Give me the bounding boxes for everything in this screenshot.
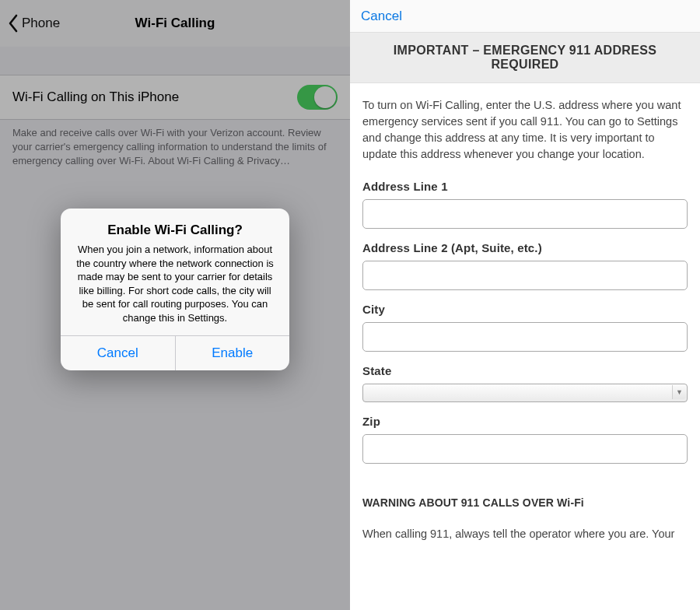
back-label: Phone xyxy=(22,16,60,31)
state-select[interactable] xyxy=(362,384,688,402)
enable-wifi-calling-dialog: Enable Wi-Fi Calling? When you join a ne… xyxy=(61,209,289,370)
about-privacy-link[interactable]: About Wi-Fi Calling & Privacy… xyxy=(148,155,290,167)
address1-label: Address Line 1 xyxy=(362,180,688,193)
chevron-left-icon xyxy=(8,14,19,33)
dialog-message: When you join a network, information abo… xyxy=(73,243,277,324)
warning-heading: WARNING ABOUT 911 CALLS OVER Wi-Fi xyxy=(362,496,688,509)
warning-body: When calling 911, always tell the operat… xyxy=(362,526,688,542)
banner-heading: IMPORTANT – EMERGENCY 911 ADDRESS REQUIR… xyxy=(350,33,700,83)
back-button[interactable]: Phone xyxy=(8,14,60,33)
address1-input[interactable] xyxy=(362,199,688,229)
address2-input[interactable] xyxy=(362,261,688,290)
intro-text: To turn on Wi-Fi Calling, enter the U.S.… xyxy=(362,97,688,163)
e911-address-pane: Cancel IMPORTANT – EMERGENCY 911 ADDRESS… xyxy=(350,0,700,610)
zip-label: Zip xyxy=(362,415,688,428)
city-input[interactable] xyxy=(362,322,688,352)
zip-input[interactable] xyxy=(362,434,688,464)
cancel-button[interactable]: Cancel xyxy=(361,9,402,24)
switch-knob xyxy=(314,86,336,108)
settings-pane: Phone Wi-Fi Calling Wi-Fi Calling on Thi… xyxy=(0,0,350,610)
dialog-title: Enable Wi-Fi Calling? xyxy=(73,223,277,238)
nav-bar: Phone Wi-Fi Calling xyxy=(0,0,350,47)
city-label: City xyxy=(362,303,688,316)
wifi-calling-toggle-row[interactable]: Wi-Fi Calling on This iPhone xyxy=(0,75,350,120)
section-footer: Make and receive calls over Wi-Fi with y… xyxy=(0,120,350,169)
address2-label: Address Line 2 (Apt, Suite, etc.) xyxy=(362,241,688,254)
state-label: State xyxy=(362,364,688,377)
toggle-label: Wi-Fi Calling on This iPhone xyxy=(12,89,179,105)
top-bar: Cancel xyxy=(350,0,700,33)
wifi-calling-switch[interactable] xyxy=(297,85,338,110)
dialog-enable-button[interactable]: Enable xyxy=(175,336,290,370)
dialog-cancel-button[interactable]: Cancel xyxy=(61,336,175,370)
address-form: To turn on Wi-Fi Calling, enter the U.S.… xyxy=(350,83,700,610)
